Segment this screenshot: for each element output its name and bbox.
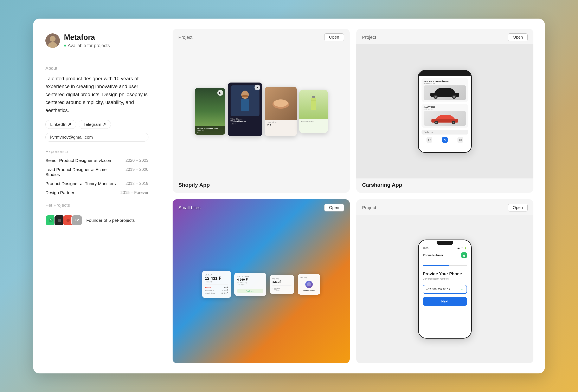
vkpay-type: Small bites — [178, 205, 201, 211]
experience-label: Experience — [46, 149, 148, 154]
vk-accumulation: Accumulation — [300, 290, 318, 292]
avatar — [46, 33, 60, 48]
vk-installment-days: in 3 days — [237, 283, 263, 286]
vk-small-card: VK PAY 1360₽ ● Octopus ● IT'Bryars — [270, 275, 294, 294]
carsharing-image-area: BMW 320i M Sport Edition 21 US$460 per d… — [356, 44, 533, 178]
svg-rect-12 — [311, 98, 316, 110]
vkpay-open-btn[interactable]: Open — [324, 204, 344, 212]
linkedin-link[interactable]: LinkedIn ↗ — [46, 120, 76, 129]
exp-years-4: 2015 – Forever — [120, 190, 148, 195]
phone-app-body: Provide Your Phone Only Indonesian numbe… — [419, 260, 471, 338]
svg-rect-13 — [311, 100, 316, 100]
links-row: LinkedIn ↗ Telegram ↗ — [46, 120, 148, 129]
exp-title-4: Design Partner — [46, 190, 116, 195]
shopify-header: Project Open — [173, 29, 350, 44]
svg-rect-4 — [58, 219, 61, 222]
profile-name: Metafora — [64, 33, 110, 42]
status-row: Avaliable for projects — [64, 43, 110, 48]
svg-point-17 — [434, 96, 436, 98]
svg-point-23 — [453, 122, 454, 123]
shopify-phone-2: White Glasses White Glasses 120 $ ▶ — [228, 83, 262, 136]
phone-num-mock: 09:41 ●●● ᯤ 🔋 Phone Nubmer g — [356, 215, 533, 363]
exp-title-1: Senior Product Designer at vk.com — [46, 158, 121, 163]
carsharing-card: Project Open BMW 320i M Sport Edit — [356, 29, 533, 193]
phone-big-title: Provide Your Phone — [423, 271, 467, 276]
shopify-title: Shopify App — [178, 182, 210, 188]
shopify-phone-3: Cozy Pillow 24 $ — [265, 87, 297, 136]
exp-row-3: Product Designer at Triniry Monsters 201… — [46, 181, 148, 186]
svg-point-5 — [66, 219, 70, 222]
vk-accumulation-card: VK PAY Accumulation — [298, 274, 320, 295]
exp-row-2: Lead Product Designer at Acme Studios 20… — [46, 167, 148, 177]
car2-name: Audi TT 2018 — [424, 106, 466, 108]
carsharing-title-bar: Carsharing App — [356, 178, 533, 193]
vkpay-mock: VK PAY 12 431 ₽ – 3213 ₽ ● Netflix 500 ₽… — [173, 199, 350, 363]
play-btn-2: ▶ — [254, 85, 260, 90]
svg-point-1 — [50, 36, 55, 42]
profile-header: Metafora Avaliable for projects — [46, 33, 148, 48]
vk-small-amount: 1360₽ — [273, 280, 291, 284]
svg-rect-11 — [312, 96, 315, 98]
main-card: Metafora Avaliable for projects About Ta… — [33, 19, 545, 373]
phone-sub-title: Only Indonesian numbers — [423, 277, 467, 280]
svg-point-24 — [428, 139, 431, 141]
car2-price: $200 per day — [424, 108, 466, 110]
car1-price: US$460 per day — [424, 82, 466, 84]
about-label: About — [46, 66, 148, 71]
phone-num-header: Project Open — [356, 199, 533, 215]
profile-name-status: Metafora Avaliable for projects — [64, 33, 110, 48]
find-ride-label: Find a ride — [424, 131, 433, 133]
exp-title-3: Product Designer at Triniry Monsters — [46, 181, 121, 186]
shopify-image-area: ▶ Women Sleeveless Piper Dress Top 80$ — [173, 44, 350, 178]
vk-installment-date: 14 February — [237, 281, 263, 283]
shopify-open-btn[interactable]: Open — [324, 33, 344, 41]
shopify-cards: ▶ Women Sleeveless Piper Dress Top 80$ — [173, 44, 350, 178]
phone-num-open-btn[interactable]: Open — [508, 204, 528, 212]
status-dot — [64, 44, 66, 47]
carsharing-open-btn[interactable]: Open — [508, 33, 528, 41]
phone-input-field[interactable]: +62 888 237 88 12 ✓ — [423, 285, 467, 294]
sidebar: Metafora Avaliable for projects About Ta… — [33, 19, 161, 373]
pet-icons: +2 — [46, 215, 82, 226]
carsharing-type: Project — [362, 35, 376, 40]
phone-next-button[interactable]: Next — [423, 297, 467, 306]
svg-rect-8 — [242, 95, 248, 97]
phone-time: 09:41 — [423, 247, 429, 249]
vk-balance-card: VK PAY 12 431 ₽ – 3213 ₽ ● Netflix 500 ₽… — [202, 271, 231, 298]
carsharing-title: Carsharing App — [362, 182, 402, 188]
check-icon: ✓ — [461, 287, 464, 291]
car1-name: BMW 320i M Sport Edition 21 — [424, 80, 466, 82]
vkpay-header: Small bites Open — [173, 199, 350, 215]
shopify-phone-4: Essential Oil Ve... — [299, 90, 328, 133]
status-text: Avaliable for projects — [68, 43, 110, 48]
phone-num-card: Project Open 09:41 ●●● ᯤ 🔋 — [356, 199, 533, 363]
svg-point-3 — [49, 218, 53, 222]
projects-area: Project Open ▶ Women Sleeveless Piper Dr… — [161, 19, 545, 373]
exp-row-4: Design Partner 2015 – Forever — [46, 190, 148, 195]
svg-rect-7 — [241, 99, 249, 111]
pet-label: Founder of 5 pet-projects — [86, 218, 135, 223]
shopify-phone-1: ▶ Women Sleeveless Piper Dress Top 80$ — [195, 88, 225, 135]
svg-point-22 — [435, 122, 437, 123]
phone-input-value: +62 888 237 88 12 — [426, 288, 450, 291]
vk-installment-amount: 4 260 ₽ — [237, 278, 263, 281]
telegram-link[interactable]: Telegram ↗ — [79, 120, 111, 129]
svg-point-6 — [241, 90, 249, 99]
svg-point-18 — [453, 96, 455, 98]
shopify-title-bar: Shopify App — [173, 178, 350, 193]
play-btn-1: ▶ — [217, 90, 223, 96]
vk-amount: 12 431 ₽ — [205, 276, 228, 281]
email-chip: kvrmvnov@gmail.com — [46, 133, 148, 141]
vkpay-image-area: VK PAY 12 431 ₽ – 3213 ₽ ● Netflix 500 ₽… — [173, 199, 350, 363]
phone-progress-fill — [423, 265, 449, 266]
bio-text: Talented product designer with 10 years … — [46, 75, 148, 114]
phone-num-image-area: 09:41 ●●● ᯤ 🔋 Phone Nubmer g — [356, 215, 533, 363]
car-phone-device: BMW 320i M Sport Edition 21 US$460 per d… — [418, 70, 472, 153]
phone-status-bar: 09:41 ●●● ᯤ 🔋 — [419, 245, 471, 249]
pet-projects-label: Pet Projects — [46, 203, 148, 208]
svg-rect-25 — [459, 139, 461, 141]
exp-years-3: 2018 – 2019 — [126, 181, 148, 186]
shopify-type: Project — [178, 35, 193, 40]
shopify-card: Project Open ▶ Women Sleeveless Piper Dr… — [173, 29, 350, 193]
vkpay-card: Small bites Open VK PAY 12 431 ₽ – 3213 … — [173, 199, 350, 363]
